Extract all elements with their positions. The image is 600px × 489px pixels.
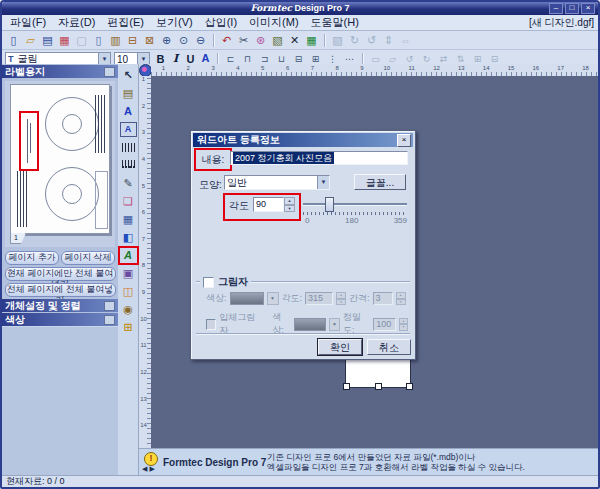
shadow-gap-label: 간격: (349, 292, 370, 305)
menu-item[interactable]: 보기(V) (150, 15, 199, 30)
object-settings-panel-header[interactable]: 개체설정 및 정렬 (2, 299, 118, 312)
angle-value[interactable]: 90 (253, 197, 284, 212)
content-input[interactable]: 2007 정기총회 사진모음 (230, 151, 408, 165)
zoom-full-icon[interactable]: ⊙ (175, 33, 192, 48)
app-title: Formtec Design Pro 7 (2, 2, 598, 15)
menu-item[interactable]: 자료(D) (52, 15, 101, 30)
undo-icon[interactable]: ↶ (218, 33, 235, 48)
gradient-tool-icon[interactable]: ◧ (120, 230, 137, 245)
barcode-label-tool-icon[interactable] (120, 158, 137, 173)
print-label-icon[interactable]: ⊠ (141, 33, 158, 48)
new-icon[interactable]: ▯ (5, 33, 22, 48)
menu-item[interactable]: 편집(E) (101, 15, 150, 30)
page-setup-icon[interactable]: ▯ (90, 33, 107, 48)
add-page-button[interactable]: 페이지 추가 (5, 251, 59, 265)
shape-dropdown[interactable]: 일반 ▼ (224, 175, 330, 190)
title-bar[interactable]: Formtec Design Pro 7 – □ × (2, 2, 598, 15)
image-rotate-icon: ↻ (346, 33, 363, 48)
menu-item[interactable]: 도움말(H) (305, 15, 365, 30)
clipart-tool-icon[interactable]: ◫ (120, 284, 137, 299)
dialog-close-button[interactable]: × (397, 134, 411, 147)
selected-wordart-object[interactable] (19, 111, 39, 171)
zoom-in-icon[interactable]: ⊕ (158, 33, 175, 48)
stamp-tool-icon[interactable]: ◉ (120, 302, 137, 317)
data-table-icon[interactable]: ▦ (303, 33, 320, 48)
resize-handle[interactable] (343, 383, 350, 390)
delete-page-button[interactable]: 페이지 삭제 (61, 251, 115, 265)
slider-thumb[interactable] (325, 197, 334, 212)
panel-collapse-icon[interactable] (104, 67, 115, 77)
ok-button[interactable]: 확인 (318, 339, 362, 355)
menu-item[interactable]: 파일(F) (4, 15, 52, 30)
info-text: 기존 디자인 프로 6에서 만들었던 자료 파일(*.mdb)이나 엑셀파일을 … (267, 452, 525, 472)
shadow-checkbox[interactable] (203, 277, 214, 288)
page-buttons: 페이지 추가 페이지 삭제 현재 페이지에만 전체 붙여넣기 전체 페이지에 전… (2, 250, 118, 298)
shape-tool-icon[interactable]: ❏ (120, 194, 137, 209)
text-tool-icon[interactable]: A (120, 104, 137, 119)
label-page-thumbnail[interactable] (10, 84, 110, 234)
label-paper-panel-header[interactable]: 라벨용지 (2, 65, 118, 78)
shadow3d-checkbox (206, 319, 216, 330)
wordart-properties-dialog: 워드아트 등록정보 × 내용: 2007 정기총회 사진모음 모양: 일반 ▼ … (190, 130, 416, 360)
panel-collapse-icon[interactable] (104, 315, 115, 325)
label-paper-preview[interactable]: 1 (5, 81, 115, 247)
content-selected-text: 2007 정기총회 사진모음 (233, 152, 334, 164)
table-tool-icon[interactable]: ▦ (120, 212, 137, 227)
cd-label-hole (62, 184, 82, 204)
save-as-icon[interactable]: ▦ (56, 33, 73, 48)
cancel-button[interactable]: 취소 (367, 339, 411, 355)
info-nav-arrows[interactable]: ◀▶ (142, 465, 157, 473)
panel-collapse-icon[interactable] (104, 301, 115, 311)
save-icon[interactable]: ▤ (39, 33, 56, 48)
paste-tool-icon[interactable]: ▤ (120, 86, 137, 101)
resize-handle[interactable] (406, 383, 413, 390)
sidebar-empty-area (2, 326, 118, 476)
symbol-tool-icon[interactable]: ⊞ (120, 320, 137, 335)
zoom-out-icon[interactable]: ⊖ (192, 33, 209, 48)
page-tab[interactable]: 1 (10, 233, 26, 244)
textbox-tool-icon[interactable]: A (120, 122, 137, 137)
cut-icon[interactable]: ✂ (235, 33, 252, 48)
document-label: [새 디자인.dgf] (529, 16, 598, 30)
maximize-button[interactable]: □ (565, 3, 579, 14)
cd-label-hole (62, 114, 82, 134)
standard-toolbar: ▯▱▤▦▢▯▥⊟⊠⊕⊙⊖↶✂⊛▧✕▦▧↻↺⇕⇔ (2, 31, 598, 50)
slider-mid-label: 180 (345, 216, 358, 225)
next-arrow-icon[interactable]: ▶ (149, 465, 156, 472)
chevron-down-icon[interactable]: ▼ (317, 176, 329, 189)
shadow-gap-value: 3 (373, 292, 393, 305)
shadow-angle-value: 315 (305, 292, 333, 305)
print-icon[interactable]: ⊟ (124, 33, 141, 48)
barcode-tool-icon[interactable] (120, 140, 137, 155)
paste-icon[interactable]: ▧ (269, 33, 286, 48)
sample-print-icon[interactable]: ▥ (107, 33, 124, 48)
angle-slider[interactable]: 0 180 359 (303, 195, 407, 227)
slider-min-label: 0 (305, 216, 309, 225)
minimize-button[interactable]: – (549, 3, 563, 14)
spinner-arrows-icon: ▲▼ (396, 292, 406, 305)
color-picker-icon[interactable]: ⊛ (252, 33, 269, 48)
menu-item[interactable]: 이미지(M) (243, 15, 305, 30)
pen-tool-icon[interactable]: ✎ (120, 176, 137, 191)
spinner-arrows-icon[interactable]: ▲▼ (284, 197, 295, 212)
color-panel-header[interactable]: 색상 (2, 313, 118, 326)
delete-icon[interactable]: ✕ (286, 33, 303, 48)
image-effect-icon: ↺ (363, 33, 380, 48)
wordart-tool-icon[interactable]: A (120, 248, 137, 263)
status-text: 현재자료: 0 / 0 (6, 475, 65, 488)
app-window: Formtec Design Pro 7 – □ × 파일(F)자료(D)편집(… (0, 0, 600, 489)
dialog-title-bar[interactable]: 워드아트 등록정보 × (193, 133, 413, 147)
angle-spinner[interactable]: 90 ▲▼ (253, 197, 295, 212)
resize-handle[interactable] (375, 383, 382, 390)
close-button[interactable]: × (581, 3, 595, 14)
font-dialog-button[interactable]: 글꼴... (354, 174, 406, 190)
paste-all-pages-button[interactable]: 전체 페이지에 전체 붙여넣기 (5, 283, 116, 297)
slider-track[interactable] (303, 203, 407, 205)
paste-current-page-button[interactable]: 현재 페이지에만 전체 붙여넣기 (5, 267, 116, 281)
open-icon[interactable]: ▱ (22, 33, 39, 48)
select-tool-icon[interactable]: ↖ (120, 68, 137, 83)
chevron-down-icon: ▼ (329, 318, 340, 331)
image-tool-icon[interactable]: ▣ (120, 266, 137, 281)
menu-item[interactable]: 삽입(I) (199, 15, 243, 30)
shadow-color-swatch (230, 292, 264, 305)
